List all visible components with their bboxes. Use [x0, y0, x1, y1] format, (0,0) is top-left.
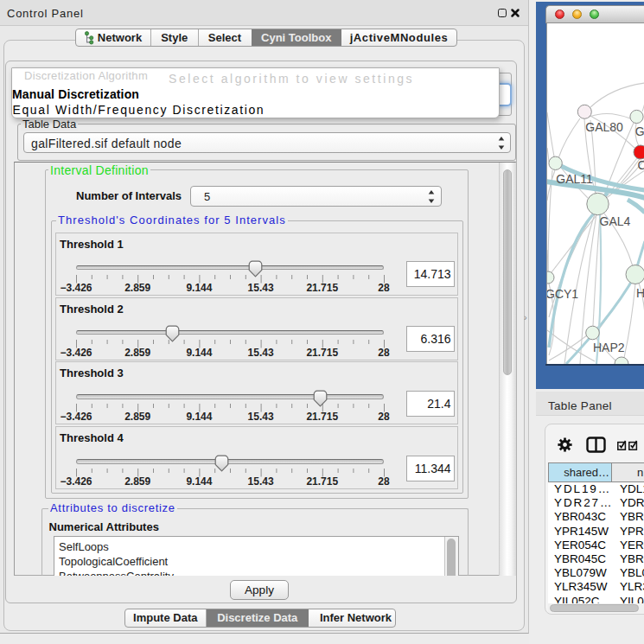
svg-text:GCY1: GCY1 [547, 287, 578, 301]
svg-text:GA: GA [635, 124, 644, 138]
svg-text:GAL4: GAL4 [600, 214, 631, 228]
svg-text:HAP2: HAP2 [593, 341, 625, 354]
svg-text:H: H [636, 286, 644, 300]
svg-text:GAL11: GAL11 [556, 172, 593, 186]
svg-text:C: C [638, 158, 644, 172]
svg-text:GAL80: GAL80 [585, 120, 623, 134]
